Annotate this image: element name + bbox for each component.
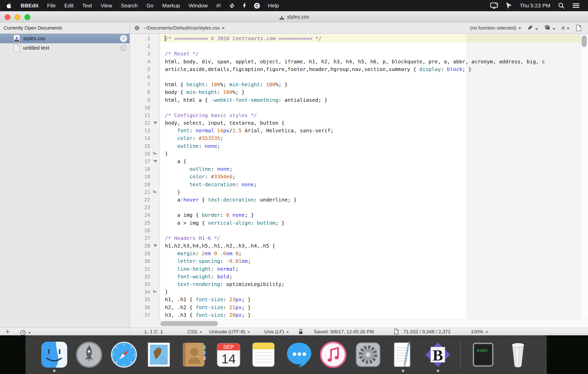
dock-safari-icon[interactable] (110, 339, 137, 370)
vertical-scrollbar[interactable] (580, 34, 588, 320)
code-line-15[interactable]: 15 outline: none; (130, 142, 580, 150)
code-line-27[interactable]: 27/* Headers H1-6 */ (130, 234, 580, 242)
menu-go[interactable]: Go (142, 3, 158, 9)
add-document-button[interactable]: + (6, 328, 10, 335)
code-line-14[interactable]: 14 color: #353535; (130, 134, 580, 142)
menu-bbedit[interactable]: BBEdit (16, 3, 43, 9)
code-line-12[interactable]: 12body, select, input, textarea, button … (130, 119, 580, 127)
code-line-1[interactable]: 1/* =========== © 2016 Centroarts.com ==… (130, 35, 580, 42)
code-line-37[interactable]: 37h3, .h3 { font-size: 20px; } (130, 311, 580, 319)
code-line-22[interactable]: 22 a:hover { text-decoration: underline;… (130, 196, 580, 204)
dock-exec-script-icon[interactable]: exec (470, 339, 497, 370)
code-line-28[interactable]: 28h1,h2,h3,h4,h5,.h1,.h2,.h3,.h4,.h5 { (130, 242, 580, 250)
zoom-popup[interactable]: 100% (471, 328, 488, 335)
gear-icon[interactable] (134, 25, 140, 31)
menu-clock[interactable]: Thu 5:23 PM (520, 3, 550, 9)
language-popup[interactable]: CSS (187, 328, 202, 335)
display-icon[interactable] (490, 3, 498, 9)
code-line-25[interactable]: 25 a > img { vertical-align: bottom; } (130, 219, 580, 227)
code-line-24[interactable]: 24 a img { border: 0 none; } (130, 211, 580, 219)
c-circle-icon[interactable]: C (250, 3, 264, 9)
code-line-10[interactable]: 10 (130, 104, 580, 111)
dock-system-preferences-icon[interactable] (355, 339, 382, 370)
horizontal-scrollbar[interactable] (130, 320, 588, 328)
function-popup[interactable]: (no function selected) (470, 25, 522, 31)
code-line-30[interactable]: 30 letter-spacing: -0.01em; (130, 257, 580, 265)
code-line-2[interactable]: 2 (130, 42, 580, 50)
code-line-23[interactable]: 23 (130, 204, 580, 211)
encoding-popup[interactable]: Unicode (UTF-8) (209, 328, 250, 335)
fold-open-icon[interactable] (153, 244, 157, 247)
dock-messages-icon[interactable] (285, 339, 312, 370)
menu-search[interactable]: Search (117, 3, 142, 9)
sidebar-item-untitled-text[interactable]: untitled text✕ (0, 43, 130, 53)
dock-bbedit-icon[interactable]: B (424, 339, 451, 370)
lock-toggle[interactable] (298, 329, 303, 336)
code-line-36[interactable]: 36h2, .h2 { font-size: 21px; } (130, 304, 580, 311)
dock-contacts-icon[interactable] (180, 339, 207, 370)
fold-open-icon[interactable] (153, 122, 157, 124)
dock-launchpad-icon[interactable] (76, 339, 103, 370)
code-line-32[interactable]: 32 font-weight: bold; (130, 273, 580, 280)
lightning-icon[interactable] (239, 2, 250, 9)
code-line-17[interactable]: 17 a { (130, 157, 580, 165)
code-line-6[interactable]: 6 (130, 73, 580, 81)
file-path-dropdown[interactable]: ~/Documents/Default/css/styles.css (144, 25, 225, 31)
code-line-5[interactable]: 5article,aside,details,figcaption,figure… (130, 65, 580, 73)
code-line-18[interactable]: 18 outline: none; (130, 165, 580, 173)
code-line-16[interactable]: 16} (130, 150, 580, 157)
dock-mail-icon[interactable] (145, 339, 172, 370)
code-line-31[interactable]: 31 line-height: normal; (130, 265, 580, 273)
close-document-icon[interactable]: ✕ (120, 45, 127, 51)
new-document-icon[interactable] (576, 25, 581, 31)
code-line-33[interactable]: 33 text-rendering: optimizeLegibility; (130, 280, 580, 288)
code-line-21[interactable]: 21 } (130, 188, 580, 196)
dock-notes-icon[interactable] (250, 339, 277, 370)
line-ending-popup[interactable]: Unix (LF) (264, 328, 289, 335)
dock-calendar-icon[interactable]: SEP14 (215, 339, 242, 370)
code-editor[interactable]: 1/* =========== © 2016 Centroarts.com ==… (130, 34, 588, 320)
code-line-35[interactable]: 35h1, .h1 { font-size: 23px; } (130, 296, 580, 303)
zoom-window-button[interactable] (24, 14, 30, 20)
code-line-26[interactable]: 26 (130, 227, 580, 234)
menu--[interactable]: #! (212, 3, 225, 9)
dock-textedit-icon[interactable] (389, 339, 416, 370)
recent-documents-menu[interactable] (20, 329, 31, 336)
code-line-34[interactable]: 34} (130, 288, 580, 296)
code-line-19[interactable]: 19 color: #3394e6; (130, 173, 580, 180)
menu-help[interactable]: Help (264, 3, 283, 9)
apple-menu[interactable] (0, 3, 16, 9)
search-icon[interactable] (558, 2, 565, 9)
minimize-window-button[interactable] (15, 14, 20, 20)
documents-menu[interactable] (544, 25, 555, 32)
line-number-menu[interactable]: # (562, 25, 570, 31)
code-lines[interactable]: 1/* =========== © 2016 Centroarts.com ==… (130, 34, 580, 320)
sidebar-item-styles-css[interactable]: TEXTstyles.css✕ (0, 34, 130, 43)
dock-finder-icon[interactable] (41, 339, 68, 370)
list-icon[interactable] (572, 3, 580, 9)
horizontal-scrollbar-thumb[interactable] (160, 321, 218, 326)
document-proxy-icon[interactable]: TEXT (279, 13, 285, 20)
code-line-4[interactable]: 4html, body, div, span, applet, object, … (130, 58, 580, 65)
code-line-13[interactable]: 13 font: normal 14px/1.5 Arial, Helvetic… (130, 127, 580, 134)
close-document-icon[interactable]: ✕ (120, 35, 127, 42)
menu-edit[interactable]: Edit (60, 3, 78, 9)
scripts-icon[interactable] (225, 3, 239, 9)
fold-open-icon[interactable] (153, 160, 157, 163)
close-window-button[interactable] (5, 14, 10, 20)
code-line-11[interactable]: 11/* Configuring basic styles */ (130, 111, 580, 119)
menu-window[interactable]: Window (184, 3, 212, 9)
vertical-scrollbar-thumb[interactable] (582, 35, 587, 47)
pointer-icon[interactable] (506, 2, 512, 9)
code-line-3[interactable]: 3/* Reset */ (130, 50, 580, 57)
code-line-29[interactable]: 29 margin: 2em 0 .6em 0; (130, 250, 580, 257)
dock-itunes-icon[interactable] (320, 339, 347, 370)
menu-file[interactable]: File (43, 3, 60, 9)
code-line-8[interactable]: 8body { min-height: 100%; } (130, 88, 580, 96)
code-line-20[interactable]: 20 text-decoration: none; (130, 181, 580, 188)
menu-text[interactable]: Text (78, 3, 96, 9)
marker-menu[interactable] (527, 25, 538, 32)
code-line-9[interactable]: 9html, html a { -webkit-font-smoothing: … (130, 96, 580, 104)
code-line-7[interactable]: 7html { height: 100%; min-height: 100%; … (130, 81, 580, 88)
title-bar[interactable]: TEXT styles.css (0, 11, 588, 22)
